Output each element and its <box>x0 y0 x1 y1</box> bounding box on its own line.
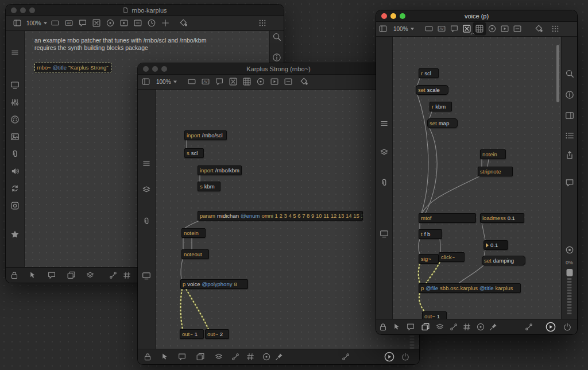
monitor-icon[interactable] <box>380 229 389 238</box>
lock-icon[interactable] <box>10 271 19 280</box>
message-box-set[interactable]: setscale <box>416 85 448 95</box>
paperclip-icon[interactable] <box>10 149 20 159</box>
object-box-notein[interactable]: notein <box>480 149 506 159</box>
zoom-button[interactable] <box>161 66 167 72</box>
circle-o-icon[interactable] <box>257 78 265 86</box>
play-box-icon[interactable] <box>120 19 129 28</box>
object-box-rnbo~[interactable]: rnbo~@title"Karplus Strong" <box>34 63 111 72</box>
object-box-s[interactable]: skbm <box>198 182 220 191</box>
object-box-r[interactable]: rscl <box>419 68 439 78</box>
layers-icon[interactable] <box>436 323 444 332</box>
panel-icon[interactable] <box>565 111 574 120</box>
object-box-p[interactable]: pvoice@polyphony8 <box>180 279 248 289</box>
object-box-stripnote[interactable]: stripnote <box>478 167 513 176</box>
cable-icon[interactable] <box>342 353 350 361</box>
presentation-icon[interactable] <box>67 271 76 280</box>
plus-icon[interactable] <box>161 19 170 28</box>
grid-dots-icon[interactable] <box>258 19 267 28</box>
monitor-icon[interactable] <box>142 271 151 280</box>
scrollbar[interactable] <box>556 45 559 102</box>
message-box-set[interactable]: setmap <box>427 118 458 128</box>
comment-bubble-icon[interactable] <box>215 78 224 86</box>
object-box-sig~[interactable]: sig~ <box>419 254 439 264</box>
play-circle-icon[interactable] <box>546 322 556 333</box>
sidebar-toggle-icon[interactable] <box>13 19 22 28</box>
play-box-icon[interactable] <box>501 25 509 33</box>
minus-box-icon[interactable] <box>513 25 522 33</box>
object-box-inport[interactable]: inport/rnbo/kbm <box>198 165 242 175</box>
level-meter[interactable] <box>566 269 572 314</box>
object-box-param[interactable]: parammidichan@enumomni 1 2 3 4 5 6 7 8 9… <box>198 211 363 221</box>
circle-o-icon[interactable] <box>262 353 271 361</box>
object-box-noteout[interactable]: noteout <box>181 249 209 259</box>
av-box-icon[interactable]: AV <box>438 25 446 33</box>
power-icon[interactable] <box>563 323 572 332</box>
close-button[interactable] <box>381 13 387 19</box>
paint-bucket-icon[interactable] <box>535 25 544 33</box>
power-icon[interactable] <box>401 353 410 361</box>
object-box-icon[interactable] <box>51 19 60 28</box>
cable-icon[interactable] <box>450 323 458 332</box>
minimize-button[interactable] <box>390 13 396 19</box>
pointer-icon[interactable] <box>161 353 169 361</box>
cable-icon[interactable] <box>525 323 533 332</box>
titlebar[interactable]: voice (p) <box>376 10 577 22</box>
comment-bubble-icon[interactable] <box>450 25 459 33</box>
minimize-button[interactable] <box>20 7 26 13</box>
paperclip-icon[interactable] <box>380 178 389 187</box>
object-box-t[interactable]: tf b <box>419 229 442 239</box>
pointer-icon[interactable] <box>393 323 401 332</box>
play-box-icon[interactable] <box>270 78 279 86</box>
comment-bubble-icon[interactable] <box>48 271 56 280</box>
loop-icon[interactable] <box>10 184 20 193</box>
pointer-icon[interactable] <box>29 271 37 280</box>
patcher-comment[interactable]: an example rnbo patcher that tunes with … <box>34 37 206 52</box>
object-box-inport[interactable]: inport/rnbo/scl <box>184 130 227 140</box>
toggle-x-icon[interactable] <box>92 19 101 28</box>
zoom-control[interactable]: 100% <box>26 20 47 26</box>
layers-icon[interactable] <box>215 353 223 361</box>
object-box-r[interactable]: rkbm <box>430 102 452 111</box>
minus-box-icon[interactable] <box>284 78 293 86</box>
circle-o-icon[interactable] <box>477 323 485 332</box>
object-box-mtof[interactable]: mtof <box>419 213 476 223</box>
export-icon[interactable] <box>565 151 574 160</box>
comment-bubble-icon[interactable] <box>407 323 415 332</box>
object-box-icon[interactable] <box>425 25 434 33</box>
circle-o-icon[interactable] <box>488 25 497 33</box>
paint-bucket-icon[interactable] <box>300 78 309 86</box>
star-icon[interactable] <box>10 230 20 239</box>
sidebar-toggle-icon[interactable] <box>379 25 388 33</box>
grid-dots-icon[interactable] <box>551 25 560 33</box>
av-box-icon[interactable]: AV <box>65 19 74 28</box>
frame-icon[interactable] <box>10 201 20 210</box>
patcher-canvas[interactable]: rsclsetscalerkbmsetmapnoteinstripnotemto… <box>392 36 562 319</box>
speaker-icon[interactable] <box>10 167 20 176</box>
object-box-loadmess[interactable]: loadmess0.1 <box>480 213 524 223</box>
clock-icon[interactable] <box>148 19 156 28</box>
cable-icon[interactable] <box>231 353 240 361</box>
object-box-notein[interactable]: notein <box>181 228 206 238</box>
comment-bubble-icon[interactable] <box>178 353 187 361</box>
message-box-set[interactable]: setdamping <box>482 256 525 265</box>
object-box-out~[interactable]: out~1 <box>422 311 447 319</box>
info-icon[interactable] <box>565 90 574 99</box>
grid-hash-icon[interactable] <box>123 271 131 280</box>
zoom-control[interactable]: 100% <box>393 26 414 32</box>
mixer-icon[interactable] <box>10 98 20 107</box>
layers-icon[interactable] <box>86 271 95 280</box>
lock-icon[interactable] <box>144 353 152 361</box>
circle-o-icon[interactable] <box>106 19 115 28</box>
record-dot-icon[interactable] <box>565 245 574 255</box>
meter-thumb[interactable] <box>566 269 572 276</box>
zoom-button[interactable] <box>29 7 35 13</box>
number-box[interactable]: 0.1 <box>483 240 508 250</box>
presentation-icon[interactable] <box>196 353 205 361</box>
object-box-out~[interactable]: out~2 <box>205 329 229 339</box>
monitor-icon[interactable] <box>10 80 20 90</box>
paperclip-icon[interactable] <box>142 217 151 226</box>
search-icon[interactable] <box>272 32 281 41</box>
grid-hash-icon[interactable] <box>463 323 471 332</box>
play-circle-icon[interactable] <box>384 352 395 363</box>
matrix-grid-icon[interactable] <box>243 78 252 86</box>
